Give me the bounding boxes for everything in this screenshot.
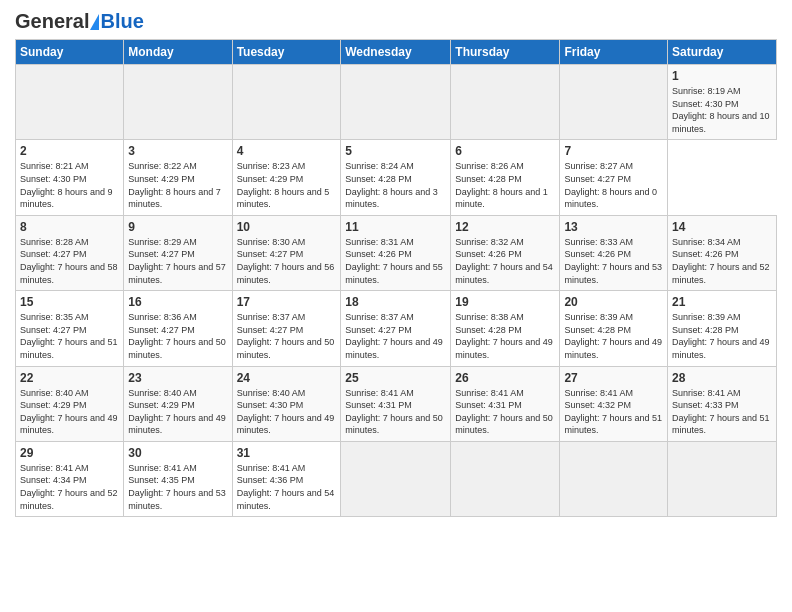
day-info: Sunrise: 8:41 AM Sunset: 4:33 PM Dayligh… [672,387,772,437]
col-header-wednesday: Wednesday [341,40,451,65]
calendar-cell: 28Sunrise: 8:41 AM Sunset: 4:33 PM Dayli… [668,366,777,441]
calendar-cell: 24Sunrise: 8:40 AM Sunset: 4:30 PM Dayli… [232,366,341,441]
day-number: 20 [564,295,663,309]
calendar-cell: 26Sunrise: 8:41 AM Sunset: 4:31 PM Dayli… [451,366,560,441]
day-info: Sunrise: 8:23 AM Sunset: 4:29 PM Dayligh… [237,160,337,210]
calendar-cell [451,65,560,140]
calendar-cell: 23Sunrise: 8:40 AM Sunset: 4:29 PM Dayli… [124,366,232,441]
calendar-cell: 5Sunrise: 8:24 AM Sunset: 4:28 PM Daylig… [341,140,451,215]
calendar-cell [341,441,451,516]
calendar-cell [451,441,560,516]
calendar-cell: 10Sunrise: 8:30 AM Sunset: 4:27 PM Dayli… [232,215,341,290]
page-header: General Blue [15,10,777,33]
day-number: 22 [20,371,119,385]
day-info: Sunrise: 8:40 AM Sunset: 4:29 PM Dayligh… [20,387,119,437]
day-info: Sunrise: 8:27 AM Sunset: 4:27 PM Dayligh… [564,160,663,210]
day-number: 27 [564,371,663,385]
day-info: Sunrise: 8:21 AM Sunset: 4:30 PM Dayligh… [20,160,119,210]
calendar-cell: 17Sunrise: 8:37 AM Sunset: 4:27 PM Dayli… [232,291,341,366]
day-number: 1 [672,69,772,83]
calendar-cell: 1Sunrise: 8:19 AM Sunset: 4:30 PM Daylig… [668,65,777,140]
logo: General Blue [15,10,144,33]
calendar-cell: 29Sunrise: 8:41 AM Sunset: 4:34 PM Dayli… [16,441,124,516]
day-number: 31 [237,446,337,460]
calendar-cell: 13Sunrise: 8:33 AM Sunset: 4:26 PM Dayli… [560,215,668,290]
day-number: 10 [237,220,337,234]
day-info: Sunrise: 8:28 AM Sunset: 4:27 PM Dayligh… [20,236,119,286]
day-info: Sunrise: 8:35 AM Sunset: 4:27 PM Dayligh… [20,311,119,361]
col-header-tuesday: Tuesday [232,40,341,65]
calendar-cell [341,65,451,140]
day-info: Sunrise: 8:29 AM Sunset: 4:27 PM Dayligh… [128,236,227,286]
calendar-cell [668,441,777,516]
calendar-cell: 14Sunrise: 8:34 AM Sunset: 4:26 PM Dayli… [668,215,777,290]
calendar-cell: 16Sunrise: 8:36 AM Sunset: 4:27 PM Dayli… [124,291,232,366]
day-info: Sunrise: 8:19 AM Sunset: 4:30 PM Dayligh… [672,85,772,135]
calendar-cell: 2Sunrise: 8:21 AM Sunset: 4:30 PM Daylig… [16,140,124,215]
calendar-cell: 19Sunrise: 8:38 AM Sunset: 4:28 PM Dayli… [451,291,560,366]
calendar-table: SundayMondayTuesdayWednesdayThursdayFrid… [15,39,777,517]
day-info: Sunrise: 8:41 AM Sunset: 4:31 PM Dayligh… [455,387,555,437]
day-number: 8 [20,220,119,234]
day-info: Sunrise: 8:31 AM Sunset: 4:26 PM Dayligh… [345,236,446,286]
day-number: 15 [20,295,119,309]
day-info: Sunrise: 8:30 AM Sunset: 4:27 PM Dayligh… [237,236,337,286]
day-info: Sunrise: 8:41 AM Sunset: 4:34 PM Dayligh… [20,462,119,512]
calendar-cell: 12Sunrise: 8:32 AM Sunset: 4:26 PM Dayli… [451,215,560,290]
day-info: Sunrise: 8:41 AM Sunset: 4:35 PM Dayligh… [128,462,227,512]
day-info: Sunrise: 8:40 AM Sunset: 4:29 PM Dayligh… [128,387,227,437]
day-number: 12 [455,220,555,234]
calendar-cell [560,65,668,140]
day-info: Sunrise: 8:41 AM Sunset: 4:31 PM Dayligh… [345,387,446,437]
day-info: Sunrise: 8:38 AM Sunset: 4:28 PM Dayligh… [455,311,555,361]
day-number: 13 [564,220,663,234]
day-number: 25 [345,371,446,385]
day-number: 29 [20,446,119,460]
day-info: Sunrise: 8:40 AM Sunset: 4:30 PM Dayligh… [237,387,337,437]
col-header-sunday: Sunday [16,40,124,65]
logo-triangle-icon [90,14,99,30]
day-number: 5 [345,144,446,158]
day-info: Sunrise: 8:41 AM Sunset: 4:32 PM Dayligh… [564,387,663,437]
day-number: 30 [128,446,227,460]
day-number: 19 [455,295,555,309]
day-number: 24 [237,371,337,385]
calendar-cell: 9Sunrise: 8:29 AM Sunset: 4:27 PM Daylig… [124,215,232,290]
day-number: 16 [128,295,227,309]
calendar-cell: 20Sunrise: 8:39 AM Sunset: 4:28 PM Dayli… [560,291,668,366]
calendar-cell [232,65,341,140]
calendar-cell: 31Sunrise: 8:41 AM Sunset: 4:36 PM Dayli… [232,441,341,516]
calendar-cell [124,65,232,140]
day-info: Sunrise: 8:39 AM Sunset: 4:28 PM Dayligh… [564,311,663,361]
day-number: 3 [128,144,227,158]
day-number: 28 [672,371,772,385]
calendar-cell: 3Sunrise: 8:22 AM Sunset: 4:29 PM Daylig… [124,140,232,215]
day-info: Sunrise: 8:33 AM Sunset: 4:26 PM Dayligh… [564,236,663,286]
day-info: Sunrise: 8:37 AM Sunset: 4:27 PM Dayligh… [345,311,446,361]
calendar-cell: 30Sunrise: 8:41 AM Sunset: 4:35 PM Dayli… [124,441,232,516]
logo-blue: Blue [100,10,143,33]
col-header-thursday: Thursday [451,40,560,65]
calendar-cell: 11Sunrise: 8:31 AM Sunset: 4:26 PM Dayli… [341,215,451,290]
day-info: Sunrise: 8:32 AM Sunset: 4:26 PM Dayligh… [455,236,555,286]
calendar-cell: 6Sunrise: 8:26 AM Sunset: 4:28 PM Daylig… [451,140,560,215]
day-number: 14 [672,220,772,234]
calendar-cell [16,65,124,140]
calendar-cell: 8Sunrise: 8:28 AM Sunset: 4:27 PM Daylig… [16,215,124,290]
day-info: Sunrise: 8:22 AM Sunset: 4:29 PM Dayligh… [128,160,227,210]
day-number: 9 [128,220,227,234]
day-number: 4 [237,144,337,158]
day-info: Sunrise: 8:26 AM Sunset: 4:28 PM Dayligh… [455,160,555,210]
calendar-cell: 21Sunrise: 8:39 AM Sunset: 4:28 PM Dayli… [668,291,777,366]
day-number: 26 [455,371,555,385]
col-header-saturday: Saturday [668,40,777,65]
day-number: 18 [345,295,446,309]
calendar-cell: 18Sunrise: 8:37 AM Sunset: 4:27 PM Dayli… [341,291,451,366]
calendar-cell: 15Sunrise: 8:35 AM Sunset: 4:27 PM Dayli… [16,291,124,366]
day-info: Sunrise: 8:37 AM Sunset: 4:27 PM Dayligh… [237,311,337,361]
calendar-cell: 7Sunrise: 8:27 AM Sunset: 4:27 PM Daylig… [560,140,668,215]
col-header-friday: Friday [560,40,668,65]
day-number: 2 [20,144,119,158]
calendar-cell: 25Sunrise: 8:41 AM Sunset: 4:31 PM Dayli… [341,366,451,441]
calendar-cell [560,441,668,516]
